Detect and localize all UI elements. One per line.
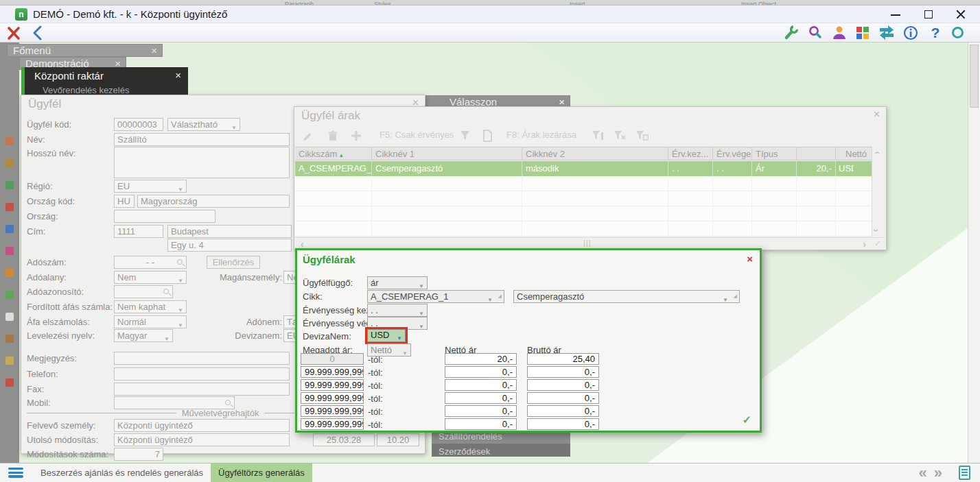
country-code-field[interactable]: HU <box>114 195 135 208</box>
scrollbar-thumb[interactable] <box>970 45 979 108</box>
close-icon[interactable]: × <box>874 108 880 121</box>
close-icon[interactable]: × <box>175 69 181 81</box>
filter-icon[interactable] <box>459 130 471 142</box>
settings-button[interactable] <box>783 25 801 41</box>
tax-id-field[interactable] <box>114 285 173 298</box>
country-name-field[interactable]: Magyarország <box>137 195 290 208</box>
last-modified-time-field[interactable]: 10.20 <box>377 433 419 446</box>
tier-from-field[interactable]: 99.999.999,999 <box>301 418 364 430</box>
last-modified-by-field[interactable]: Központi ügyintéző <box>114 433 290 446</box>
column-header-cikknev1[interactable]: Cikknév 1 <box>372 147 522 160</box>
tab-kozponti-raktar[interactable]: Központi raktár × Vevőrendelés kezelés <box>21 67 188 96</box>
tier-from-field[interactable]: 0 <box>301 353 364 365</box>
close-prices-button[interactable]: F8: Árak lezárása <box>506 130 576 140</box>
long-name-field[interactable] <box>114 147 290 178</box>
table-row-empty[interactable] <box>295 176 872 191</box>
document-icon[interactable] <box>481 129 493 143</box>
fax-field[interactable] <box>114 383 290 396</box>
add-icon[interactable] <box>349 129 363 143</box>
table-horizontal-scrollbar[interactable]: ‹ ||| › ✓ <box>295 237 884 248</box>
column-header-cikkszam[interactable]: Cikkszám ▴ <box>295 147 372 160</box>
tax-number-field[interactable]: - - <box>114 256 187 269</box>
table-row-empty[interactable] <box>295 221 872 237</box>
filter-valid-button[interactable]: F5: Csak érvényes <box>380 130 454 140</box>
back-button[interactable] <box>30 25 48 41</box>
column-header-tipus[interactable]: Típus <box>752 147 797 160</box>
exit-button[interactable] <box>5 25 23 41</box>
tier-from-field[interactable]: 99.999.999,999 <box>301 366 364 378</box>
column-header-cikknev2[interactable]: Cikknév 2 <box>522 147 668 160</box>
menu-button[interactable] <box>8 468 23 478</box>
filter-add-icon[interactable] <box>635 130 649 142</box>
menu-item-szerzodesek[interactable]: Szerződések <box>432 445 570 457</box>
tier-net-field[interactable]: 0,- <box>445 418 517 430</box>
user-button[interactable] <box>831 25 849 41</box>
phone-field[interactable] <box>114 367 290 381</box>
tier-net-field[interactable]: 0,- <box>445 379 517 391</box>
note-field[interactable] <box>114 352 290 365</box>
country-field[interactable] <box>114 210 215 223</box>
filter-bar-icon[interactable] <box>591 130 605 142</box>
table-row-empty[interactable] <box>295 191 872 206</box>
name-field[interactable]: Szállító <box>114 133 290 146</box>
close-icon[interactable]: × <box>747 253 753 265</box>
table-row-empty[interactable] <box>295 206 872 221</box>
item-code-combo[interactable]: A_CSEMPERAG_1▼◢ <box>367 290 504 303</box>
recorded-by-field[interactable]: Központi ügyintéző <box>114 419 290 432</box>
delete-icon[interactable] <box>326 129 340 143</box>
workspace-scrollbar[interactable] <box>968 43 980 463</box>
tier-gross-field[interactable]: 0,- <box>527 418 599 430</box>
submenu-item-vevorendeles[interactable]: Vevőrendelés kezelés <box>43 85 129 95</box>
city-field[interactable]: Budapest <box>167 225 292 238</box>
info-button[interactable] <box>902 25 920 41</box>
zip-field[interactable]: 1111 <box>114 225 163 238</box>
log-document-icon[interactable] <box>959 466 970 480</box>
tax-subject-dropdown[interactable]: Nem▼ <box>114 271 187 284</box>
close-icon[interactable]: × <box>151 45 157 56</box>
tab-fomenu[interactable]: Főmenü × <box>7 44 163 57</box>
tier-net-field[interactable]: 0,- <box>445 366 517 378</box>
scroll-grip-icon[interactable]: ||| <box>583 239 592 247</box>
tier-net-field[interactable]: 0,- <box>445 392 517 404</box>
status-tab-ugyfeltorzs[interactable]: Ügyféltörzs generálás <box>211 463 312 482</box>
tier-net-field[interactable]: 20,- <box>445 353 517 365</box>
item-name-combo[interactable]: Csemperagasztó▼◢ <box>513 290 740 303</box>
tier-from-field[interactable]: 99.999.999,999 <box>301 405 364 417</box>
verify-button[interactable]: Ellenőrzés <box>207 256 260 269</box>
edit-icon[interactable] <box>301 129 315 143</box>
close-window-button[interactable] <box>946 5 976 23</box>
mailing-language-dropdown[interactable]: Magyar▼ <box>114 329 173 342</box>
last-modified-date-field[interactable]: 25.03.28 <box>313 433 375 446</box>
tier-from-field[interactable]: 99.999.999,999 <box>301 379 364 391</box>
validity-start-dropdown[interactable]: . .▼ <box>367 304 428 317</box>
tier-gross-field[interactable]: 0,- <box>527 379 599 391</box>
minimize-button[interactable] <box>881 5 911 23</box>
search-button[interactable] <box>807 25 825 41</box>
table-vertical-scrollbar[interactable]: › › <box>872 147 884 237</box>
tier-gross-field[interactable]: 0,- <box>527 392 599 404</box>
currency-dropdown[interactable]: USD▼ <box>367 329 406 342</box>
modification-count-field[interactable]: 7 <box>114 448 163 461</box>
column-header-erv-vege[interactable]: Érv.vége <box>713 147 752 160</box>
maximize-button[interactable] <box>914 5 944 23</box>
filter-clear-icon[interactable] <box>613 130 627 142</box>
column-header-netto[interactable]: Nettó <box>836 147 872 160</box>
street-field[interactable]: Egy u. 4 <box>167 239 292 252</box>
column-header-erv-kezdete[interactable]: Érv.kez... <box>668 147 713 160</box>
status-ring-button[interactable] <box>950 25 968 41</box>
table-row[interactable]: A_CSEMPERAG_1 Csemperagasztó második . .… <box>295 161 872 176</box>
region-dropdown[interactable]: EU▼ <box>114 180 187 193</box>
tier-gross-field[interactable]: 0,- <box>527 405 599 417</box>
confirm-check-icon[interactable]: ✓ <box>743 413 751 426</box>
tier-gross-field[interactable]: 25,40 <box>527 353 599 365</box>
status-tab-beszerzes[interactable]: Beszerzés ajánlás és rendelés generálás <box>33 463 211 482</box>
help-button[interactable]: ? <box>926 25 944 41</box>
customer-code-type-dropdown[interactable]: Választható▼ <box>167 118 240 131</box>
scroll-down-icon[interactable]: › <box>871 229 882 232</box>
tier-gross-field[interactable]: 0,- <box>527 366 599 378</box>
customer-dependent-dropdown[interactable]: ár▼ <box>367 276 428 289</box>
vat-settlement-dropdown[interactable]: Normál▼ <box>114 315 187 328</box>
nav-next-icon[interactable]: » <box>934 464 949 481</box>
switch-user-button[interactable] <box>878 25 896 41</box>
reverse-vat-dropdown[interactable]: Nem kaphat▼ <box>114 300 187 313</box>
